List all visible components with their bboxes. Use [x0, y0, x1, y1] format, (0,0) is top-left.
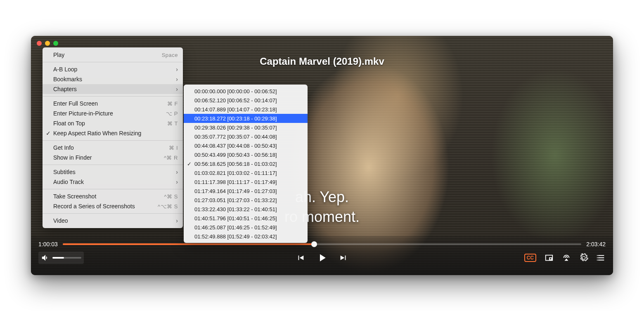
chapter-item[interactable]: 00:29:38.026 [00:29:38 - 00:35:07]: [184, 123, 308, 132]
chapter-item[interactable]: ✓00:56:18.625 [00:56:18 - 01:03:02]: [184, 159, 308, 168]
chevron-right-icon: ›: [176, 86, 178, 92]
player-controls: 1:00:03 2:03:42 CC: [31, 236, 613, 275]
chapter-label: 00:00:00.000 [00:00:00 - 00:06:52]: [194, 88, 302, 94]
airplay-button[interactable]: [562, 253, 571, 262]
menu-item-label: Enter Full Screen: [53, 100, 167, 107]
captions-button[interactable]: CC: [524, 254, 536, 262]
chapter-label: 00:56:18.625 [00:56:18 - 01:03:02]: [194, 161, 302, 167]
seek-bar-thumb[interactable]: [311, 241, 317, 247]
menu-item-label: Enter Picture-in-Picture: [53, 110, 166, 117]
chapter-label: 00:29:38.026 [00:29:38 - 00:35:07]: [194, 125, 302, 131]
menu-item[interactable]: Show in Finder^⌘ R: [43, 153, 183, 163]
chapter-label: 01:11:17.398 [01:11:17 - 01:17:49]: [194, 179, 302, 185]
menu-item-label: Get Info: [53, 144, 169, 151]
menu-item-label: Keep Aspect Ratio When Resizing: [53, 130, 178, 137]
menu-separator: [43, 213, 183, 214]
menu-item[interactable]: Take Screenshot^⌘ S: [43, 191, 183, 201]
total-time: 2:03:42: [586, 241, 606, 247]
check-icon: ✓: [46, 130, 51, 137]
menu-item-label: Bookmarks: [53, 76, 178, 82]
chapter-item[interactable]: 01:17:49.164 [01:17:49 - 01:27:03]: [184, 186, 308, 196]
chapter-label: 01:27:03.051 [01:27:03 - 01:33:22]: [194, 197, 302, 203]
menu-item-shortcut: ^⌘ R: [164, 155, 178, 161]
chapter-label: 00:14:07.889 [00:14:07 - 00:23:18]: [194, 106, 302, 113]
svg-point-0: [597, 255, 598, 256]
menu-item-shortcut: ⌥ P: [166, 111, 178, 117]
menu-item-label: Record a Series of Screenshots: [53, 203, 158, 210]
menu-item[interactable]: Get Info⌘ I: [43, 143, 183, 153]
menu-item-label: A-B Loop: [53, 66, 178, 73]
svg-point-1: [597, 257, 598, 258]
chapter-item[interactable]: 00:00:00.000 [00:00:00 - 00:06:52]: [184, 87, 308, 96]
menu-item[interactable]: A-B Loop›: [43, 64, 183, 74]
menu-item[interactable]: Video›: [43, 216, 183, 226]
chapter-item[interactable]: 00:50:43.499 [00:50:43 - 00:56:18]: [184, 150, 308, 159]
check-icon: ✓: [187, 161, 192, 167]
volume-icon: [41, 253, 50, 262]
menu-item[interactable]: Subtitles›: [43, 167, 183, 177]
chapter-item[interactable]: 00:23:18.272 [00:23:18 - 00:29:38]: [184, 114, 308, 123]
volume-slider[interactable]: [52, 257, 81, 259]
menu-separator: [43, 140, 183, 141]
menu-item[interactable]: PlaySpace: [43, 50, 183, 60]
menu-item[interactable]: Enter Full Screen⌘ F: [43, 99, 183, 108]
chapter-item[interactable]: 01:33:22.430 [01:33:22 - 01:40:51]: [184, 205, 308, 214]
chapter-label: 01:46:25.087 [01:46:25 - 01:52:49]: [194, 224, 302, 231]
chapter-label: 00:06:52.120 [00:06:52 - 00:14:07]: [194, 97, 302, 104]
menu-item-shortcut: ^⌘ S: [164, 193, 178, 200]
playlist-button[interactable]: [597, 253, 606, 262]
settings-button[interactable]: [579, 253, 588, 262]
pip-button[interactable]: [545, 253, 554, 262]
chapter-label: 00:44:08.437 [00:44:08 - 00:50:43]: [194, 143, 302, 149]
chapter-item[interactable]: 01:40:51.796 [01:40:51 - 01:46:25]: [184, 214, 308, 223]
menu-separator: [43, 96, 183, 97]
menu-item[interactable]: Bookmarks›: [43, 74, 183, 84]
menu-item[interactable]: Record a Series of Screenshots^⌥⌘ S: [43, 201, 183, 211]
chapter-item[interactable]: 01:27:03.051 [01:27:03 - 01:33:22]: [184, 196, 308, 205]
menu-item-label: Subtitles: [53, 169, 178, 175]
seek-bar-fill: [63, 243, 314, 245]
chevron-right-icon: ›: [176, 76, 178, 82]
current-time: 1:00:03: [38, 241, 58, 247]
menu-item-label: Video: [53, 217, 178, 224]
volume-fill: [52, 257, 64, 259]
previous-button[interactable]: [296, 253, 305, 262]
close-window-button[interactable]: [37, 41, 42, 46]
menu-item-label: Float on Top: [53, 120, 167, 127]
menu-item[interactable]: Float on Top⌘ T: [43, 118, 183, 128]
chapter-label: 00:23:18.272 [00:23:18 - 00:29:38]: [194, 115, 302, 122]
chapter-item[interactable]: 01:52:49.888 [01:52:49 - 02:03:42]: [184, 232, 308, 241]
menu-item[interactable]: Chapters›: [43, 84, 183, 94]
chapter-label: 01:17:49.164 [01:17:49 - 01:27:03]: [194, 188, 302, 194]
fullscreen-window-button[interactable]: [53, 41, 58, 46]
chapters-submenu: 00:00:00.000 [00:00:00 - 00:06:52]00:06:…: [184, 85, 308, 243]
chapter-item[interactable]: 01:03:02.821 [01:03:02 - 01:11:17]: [184, 168, 308, 177]
minimize-window-button[interactable]: [45, 41, 50, 46]
chevron-right-icon: ›: [176, 217, 178, 224]
chapter-item[interactable]: 00:06:52.120 [00:06:52 - 00:14:07]: [184, 96, 308, 105]
menu-item[interactable]: Audio Track›: [43, 177, 183, 187]
menu-item[interactable]: Enter Picture-in-Picture⌥ P: [43, 108, 183, 118]
seek-bar[interactable]: [63, 243, 582, 245]
menu-item-shortcut: ⌘ F: [167, 101, 178, 107]
menu-item-label: Chapters: [53, 86, 178, 92]
menu-item[interactable]: ✓Keep Aspect Ratio When Resizing: [43, 128, 183, 138]
chapter-item[interactable]: 00:35:07.772 [00:35:07 - 00:44:08]: [184, 132, 308, 141]
chevron-right-icon: ›: [176, 66, 178, 73]
chapter-item[interactable]: 01:46:25.087 [01:46:25 - 01:52:49]: [184, 223, 308, 232]
chapter-label: 01:03:02.821 [01:03:02 - 01:11:17]: [194, 170, 302, 176]
chapter-item[interactable]: 01:11:17.398 [01:11:17 - 01:17:49]: [184, 177, 308, 186]
chapter-item[interactable]: 00:44:08.437 [00:44:08 - 00:50:43]: [184, 141, 308, 150]
menu-separator: [43, 165, 183, 165]
chapter-item[interactable]: 00:14:07.889 [00:14:07 - 00:23:18]: [184, 105, 308, 114]
menu-item-label: Audio Track: [53, 179, 178, 185]
player-window: Captain Marvel (2019).mkv ah. Yep. ro mo…: [31, 36, 613, 275]
menu-item-label: Show in Finder: [53, 154, 164, 161]
next-button[interactable]: [339, 253, 348, 262]
menu-item-label: Play: [53, 52, 162, 58]
chapter-label: 01:52:49.888 [01:52:49 - 02:03:42]: [194, 233, 302, 240]
window-controls: [37, 41, 58, 46]
volume-control[interactable]: [38, 252, 84, 264]
play-button[interactable]: [316, 252, 328, 264]
menu-separator: [43, 62, 183, 62]
